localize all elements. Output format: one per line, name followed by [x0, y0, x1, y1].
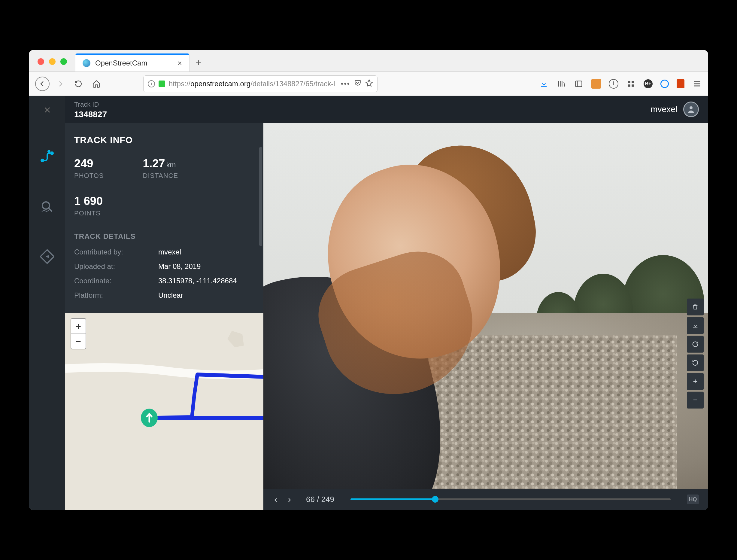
svg-point-11	[690, 106, 693, 109]
left-nav-bar: ✕	[29, 96, 65, 510]
tab-bar: OpenStreetCam × +	[29, 50, 708, 72]
prev-photo-button[interactable]: ‹	[273, 494, 279, 504]
new-tab-button[interactable]: +	[190, 53, 208, 72]
zoom-in-button[interactable]: +	[71, 319, 86, 334]
page-actions[interactable]: •••	[341, 80, 350, 88]
photo-viewer[interactable]: + −	[264, 123, 708, 489]
zoom-out-photo-button[interactable]: −	[687, 392, 704, 409]
forward-button[interactable]	[53, 77, 68, 91]
distance-value: 1.27km	[143, 157, 178, 170]
street-photo	[264, 123, 708, 489]
svg-point-7	[51, 152, 53, 154]
search-tab-icon[interactable]	[39, 198, 56, 215]
maximize-window-button[interactable]	[60, 58, 67, 65]
info-icon[interactable]: i	[148, 80, 155, 87]
pocket-icon[interactable]	[354, 79, 362, 89]
tab-favicon	[83, 59, 90, 67]
extension-circle-icon[interactable]	[660, 80, 669, 88]
extension-badge-icon[interactable]: B+	[644, 79, 653, 88]
tab-title: OpenStreetCam	[95, 59, 147, 67]
extension-red-icon[interactable]	[677, 79, 684, 88]
delete-photo-button[interactable]	[687, 299, 704, 315]
track-info-section: TRACK INFO 249 PHOTOS 1.27km DISTANCE 1 …	[65, 123, 264, 313]
download-photo-button[interactable]	[687, 317, 704, 334]
map-zoom-controls: + −	[71, 318, 86, 349]
photos-value: 249	[74, 157, 104, 170]
browser-window: OpenStreetCam × + i https://openstreetca…	[29, 50, 708, 510]
distance-stat: 1.27km DISTANCE	[143, 157, 178, 180]
svg-rect-4	[628, 84, 630, 87]
detail-row: Contributed by:mvexel	[74, 248, 254, 256]
svg-point-8	[48, 151, 50, 152]
url-text: https://openstreetcam.org/details/134882…	[169, 80, 337, 88]
menu-icon[interactable]	[692, 79, 702, 89]
user-menu[interactable]: mvexel	[650, 96, 699, 123]
photos-stat: 249 PHOTOS	[74, 157, 104, 180]
close-window-button[interactable]	[38, 58, 44, 65]
track-info-title: TRACK INFO	[74, 135, 254, 145]
svg-point-9	[42, 202, 50, 209]
main-view: + − ‹ › 66 / 249 HQ	[264, 96, 708, 510]
svg-rect-22	[693, 327, 698, 328]
address-bar[interactable]: i https://openstreetcam.org/details/1348…	[143, 75, 377, 92]
zoom-in-photo-button[interactable]: +	[687, 373, 704, 390]
stats-row: 249 PHOTOS 1.27km DISTANCE	[74, 157, 254, 180]
svg-point-6	[41, 159, 44, 162]
browser-tab[interactable]: OpenStreetCam ×	[75, 53, 190, 72]
minimize-window-button[interactable]	[49, 58, 56, 65]
detail-row: Platform:Unclear	[74, 291, 254, 300]
photo-nav-strip: ‹ › 66 / 249 HQ	[264, 489, 708, 510]
photo-slider[interactable]	[351, 498, 671, 500]
svg-rect-3	[632, 81, 634, 83]
svg-rect-1	[576, 81, 582, 87]
slider-thumb[interactable]	[432, 496, 438, 503]
points-stat: 1 690 POINTS	[74, 195, 103, 217]
next-photo-button[interactable]: ›	[286, 494, 293, 504]
panel-scrollbar[interactable]	[259, 147, 262, 246]
extension-info-icon[interactable]: i	[609, 79, 618, 89]
zoom-out-button[interactable]: −	[71, 334, 86, 349]
info-panel: Track ID 1348827 Started from mvexel TRA…	[65, 96, 264, 510]
mini-map[interactable]: + −	[65, 313, 264, 510]
panel-header: Track ID 1348827 Started from	[65, 96, 264, 123]
toolbar-extensions: i B+	[539, 79, 702, 89]
library-icon[interactable]	[556, 79, 566, 89]
browser-toolbar: i https://openstreetcam.org/details/1348…	[29, 72, 708, 96]
svg-rect-2	[628, 81, 630, 83]
back-button[interactable]	[35, 77, 50, 91]
track-info-tab-icon[interactable]	[39, 148, 56, 165]
track-id-label: Track ID	[74, 101, 107, 108]
lock-icon	[159, 81, 165, 87]
distance-label: DISTANCE	[143, 172, 178, 180]
avatar[interactable]	[683, 102, 699, 117]
rotate-cw-button[interactable]	[687, 336, 704, 353]
detail-row: Uploaded at:Mar 08, 2019	[74, 262, 254, 271]
photo-controls: + −	[687, 299, 704, 409]
svg-rect-0	[541, 86, 547, 87]
window-controls	[29, 58, 75, 72]
stats-row2: 1 690 POINTS	[74, 195, 254, 217]
rotate-ccw-button[interactable]	[687, 355, 704, 371]
hq-toggle-button[interactable]: HQ	[687, 495, 699, 504]
track-id-value: 1348827	[74, 110, 107, 119]
extension-grid-icon[interactable]	[626, 79, 636, 89]
reload-button[interactable]	[71, 77, 86, 91]
username: mvexel	[650, 105, 677, 114]
extension-fox-icon[interactable]	[591, 79, 601, 89]
panel-close-button[interactable]: ✕	[44, 105, 51, 115]
app-content: ✕ Track ID 1348827 Started from	[29, 96, 708, 510]
bookmark-star-icon[interactable]	[365, 79, 373, 89]
sidebar-icon[interactable]	[574, 79, 583, 89]
svg-rect-5	[632, 84, 634, 87]
points-value: 1 690	[74, 195, 103, 208]
tab-close-button[interactable]: ×	[178, 59, 182, 68]
track-id-block: Track ID 1348827	[74, 101, 107, 123]
track-details-title: TRACK DETAILS	[74, 232, 254, 241]
downloads-icon[interactable]	[539, 79, 549, 89]
photo-counter: 66 / 249	[306, 495, 334, 504]
photos-label: PHOTOS	[74, 172, 104, 180]
home-button[interactable]	[89, 77, 104, 91]
detail-row: Coordinate:38.315978, -111.428684	[74, 277, 254, 285]
directions-tab-icon[interactable]	[39, 248, 56, 265]
points-label: POINTS	[74, 209, 103, 217]
